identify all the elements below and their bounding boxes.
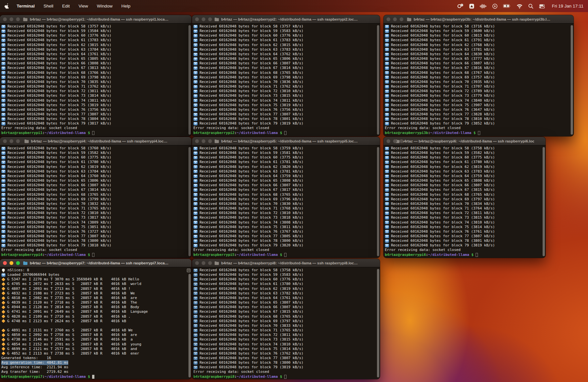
menu-item-window[interactable]: Window [97, 4, 113, 8]
terminal-window-raspberrypi7[interactable]: b4rtaz — b4rtaz@raspberrypi7: ~/distribu… [0, 259, 191, 379]
terminal-line: »Received 60162048 bytes for block 63 (3… [193, 291, 380, 296]
close-button[interactable] [195, 17, 199, 21]
wifi-icon[interactable] [516, 4, 523, 8]
window-titlebar[interactable]: b4rtaz — b4rtaz@raspberrypi6: ~/distribu… [384, 137, 546, 145]
scrollbar-thumb[interactable] [543, 147, 545, 256]
traffic-lights [3, 259, 20, 267]
terminal-body[interactable]: »Received 60162048 bytes for block 58 (3… [192, 24, 380, 136]
zoom-button[interactable] [400, 139, 403, 143]
terminal-body[interactable]: »Received 60162048 bytes for block 58 (3… [192, 267, 380, 379]
line-text: Received 60162048 bytes for block 71 (37… [200, 206, 303, 211]
terminal-line: Generated tokens: 16 [1, 356, 191, 360]
triangle-app-icon[interactable] [469, 4, 474, 9]
fast-forward-icon: » [1, 75, 6, 79]
zoom-button[interactable] [400, 17, 403, 21]
minimize-button[interactable] [393, 139, 397, 143]
menu-item-terminal[interactable]: Terminal [17, 4, 35, 8]
terminal-window-raspberrypi5[interactable]: b4rtaz — b4rtaz@raspberrypi5: ~/distribu… [192, 137, 380, 258]
line-text: Received 60162048 bytes for block 62 (38… [8, 43, 111, 47]
scrollbar-thumb[interactable] [377, 147, 379, 256]
minimize-button[interactable] [9, 17, 13, 21]
window-titlebar[interactable]: b4rtaz — b4rtaz@raspberrypi2: ~/distribu… [192, 15, 380, 24]
line-text: G 4891 ms I 2131 ms T 2760 ms S 28857 kB… [7, 328, 133, 333]
terminal-window-raspberrypi3b[interactable]: b4rtaz — b4rtaz@raspberrypi3b: ~/distrib… [384, 15, 574, 136]
window-titlebar[interactable]: b4rtaz — b4rtaz@raspberrypi8: ~/distribu… [192, 259, 380, 267]
terminal-window-raspberrypi2[interactable]: b4rtaz — b4rtaz@raspberrypi2: ~/distribu… [192, 15, 380, 136]
fast-forward-icon: » [1, 235, 6, 238]
terminal-window-raspberrypi6[interactable]: b4rtaz — b4rtaz@raspberrypi6: ~/distribu… [384, 137, 546, 258]
control-center-icon[interactable] [539, 4, 545, 8]
line-text: Received 60162048 bytes for block 66 (38… [391, 183, 495, 188]
terminal-line: »Received 60162048 bytes for block 63 (3… [385, 169, 546, 174]
minimize-button[interactable] [9, 261, 13, 265]
fast-forward-icon: » [193, 287, 198, 291]
diamond-icon [2, 282, 6, 286]
terminal-line: G 4741 ms I 2091 ms T 2649 ms S 28857 kB… [1, 309, 191, 314]
waveform-icon[interactable] [480, 4, 487, 9]
menu-clock[interactable]: Fri 19 Jan 17:11 [552, 4, 583, 8]
scrollbar-thumb[interactable] [188, 147, 191, 256]
menu-item-view[interactable]: View [79, 4, 88, 8]
terminal-line: »Received 60162048 bytes for block 77 (3… [1, 234, 191, 239]
scrollbar-thumb[interactable] [571, 25, 573, 135]
fast-forward-icon: » [193, 34, 198, 38]
terminal-line: »Received 60162048 bytes for block 67 (3… [193, 188, 380, 192]
line-text: Received 60162048 bytes for block 61 (37… [200, 282, 303, 286]
window-title-text: b4rtaz — b4rtaz@raspberrypi3b: ~/distrib… [414, 17, 550, 21]
terminal-body[interactable]: »Received 60162048 bytes for block 58 (3… [0, 145, 191, 258]
zoom-button[interactable] [208, 17, 212, 21]
terminal-cursor [92, 375, 94, 379]
minimize-button[interactable] [9, 139, 13, 143]
traffic-lights [3, 15, 20, 23]
scrollbar-thumb[interactable] [188, 25, 191, 135]
menu-item-edit[interactable]: Edit [62, 4, 70, 8]
zoom-button[interactable] [208, 139, 212, 143]
window-titlebar[interactable]: b4rtaz — b4rtaz@raspberrypi4: ~/distribu… [0, 137, 191, 145]
line-text: Received 60162048 bytes for block 68 (37… [8, 192, 111, 197]
close-button[interactable] [195, 261, 199, 265]
menu-item-shell[interactable]: Shell [43, 4, 53, 8]
play-icon[interactable] [492, 4, 498, 9]
close-button[interactable] [386, 17, 390, 21]
zoom-button[interactable] [16, 261, 20, 265]
window-titlebar[interactable]: b4rtaz — b4rtaz@raspberrypi1: ~/distribu… [0, 15, 191, 24]
minimize-button[interactable] [393, 17, 397, 21]
scrollbar-thumb[interactable] [377, 25, 379, 135]
fast-forward-icon: » [193, 301, 198, 305]
close-button[interactable] [195, 139, 199, 143]
stats-warning-icon[interactable]: ! [457, 4, 464, 9]
minimize-button[interactable] [202, 261, 205, 265]
window-titlebar[interactable]: b4rtaz — b4rtaz@raspberrypi5: ~/distribu… [192, 137, 380, 145]
terminal-body[interactable]: »Received 60162048 bytes for block 58 (3… [384, 24, 574, 136]
terminal-window-raspberrypi8[interactable]: b4rtaz — b4rtaz@raspberrypi8: ~/distribu… [192, 259, 380, 379]
window-titlebar[interactable]: b4rtaz — b4rtaz@raspberrypi3b: ~/distrib… [384, 15, 574, 24]
close-button[interactable] [3, 261, 7, 265]
fast-forward-icon: » [193, 329, 198, 332]
close-button[interactable] [3, 17, 7, 21]
zoom-button[interactable] [16, 139, 20, 143]
battery-charging-icon[interactable] [503, 4, 511, 8]
terminal-body[interactable]: »Received 60162048 bytes for block 58 (3… [384, 145, 546, 258]
minimize-button[interactable] [202, 139, 205, 143]
scrollback-indicator[interactable] [187, 269, 190, 272]
close-button[interactable] [3, 139, 7, 143]
zoom-button[interactable] [208, 261, 212, 265]
zoom-button[interactable] [16, 17, 20, 21]
close-button[interactable] [386, 139, 390, 143]
minimize-button[interactable] [202, 17, 205, 21]
terminal-body[interactable]: »Received 60162048 bytes for block 58 (3… [192, 145, 380, 258]
apple-menu-icon[interactable] [5, 3, 9, 9]
terminal-line: »Received 60162048 bytes for block 62 (3… [193, 165, 380, 169]
window-titlebar[interactable]: b4rtaz — b4rtaz@raspberrypi7: ~/distribu… [0, 259, 191, 267]
line-text: Received 60162048 bytes for block 65 (38… [200, 57, 303, 61]
terminal-line: »Loaded 39706066944 bytes [1, 273, 191, 277]
terminal-window-raspberrypi1[interactable]: b4rtaz — b4rtaz@raspberrypi1: ~/distribu… [0, 15, 191, 136]
menu-item-help[interactable]: Help [122, 4, 131, 8]
fast-forward-icon: » [385, 160, 389, 164]
terminal-window-raspberrypi4[interactable]: b4rtaz — b4rtaz@raspberrypi4: ~/distribu… [0, 137, 191, 258]
terminal-body[interactable]: nSlices: 8»Loaded 39706066944 bytesG 534… [0, 267, 191, 379]
search-icon[interactable] [528, 4, 533, 9]
scrollbar-thumb[interactable] [188, 274, 191, 377]
terminal-body[interactable]: »Received 60162048 bytes for block 58 (3… [0, 24, 191, 136]
scrollbar-thumb[interactable] [377, 269, 379, 377]
